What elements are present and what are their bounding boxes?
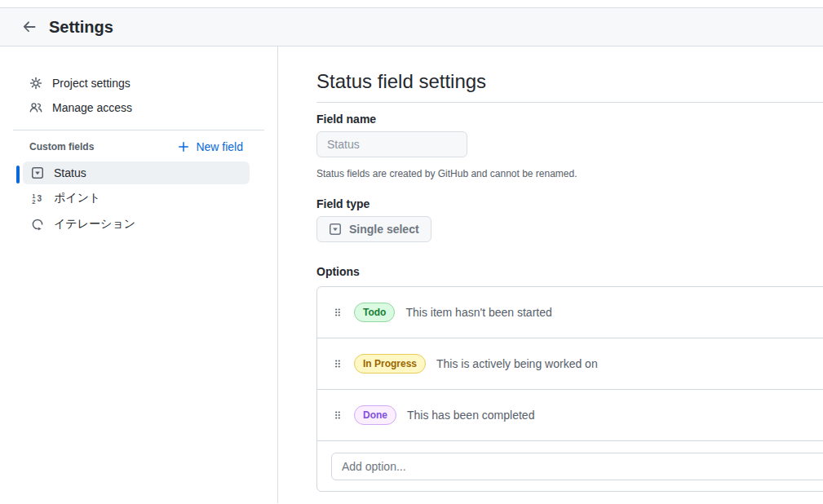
option-row-in-progress[interactable]: In Progress This is actively being worke… bbox=[317, 338, 823, 390]
status-pill-in-progress: In Progress bbox=[354, 354, 426, 374]
sidebar-item-iteration[interactable]: イテレーション bbox=[23, 212, 250, 237]
custom-fields-header: Custom fields New field bbox=[0, 135, 277, 158]
custom-fields-label: Custom fields bbox=[29, 141, 94, 153]
field-type-label: Field type bbox=[316, 197, 823, 210]
sidebar-item-points[interactable]: 1 2 3 ポイント bbox=[23, 186, 250, 210]
custom-fields-list: Status 1 2 3 ポイント bbox=[0, 158, 277, 237]
sidebar-item-status[interactable]: Status bbox=[23, 161, 250, 184]
option-description: This item hasn't been started bbox=[405, 306, 551, 319]
settings-sidebar: Project settings Manage access Custom fi… bbox=[0, 46, 278, 503]
page-title: Settings bbox=[49, 18, 113, 37]
status-field-settings-panel: Status field settings Field name Status … bbox=[278, 46, 823, 503]
people-icon bbox=[29, 101, 42, 114]
section-title: Status field settings bbox=[316, 69, 823, 94]
single-select-icon bbox=[31, 166, 44, 179]
settings-header: Settings bbox=[0, 7, 823, 46]
new-field-label: New field bbox=[196, 140, 243, 153]
grabber-icon[interactable] bbox=[331, 357, 344, 370]
sidebar-item-label: Project settings bbox=[52, 77, 131, 90]
option-description: This is actively being worked on bbox=[436, 357, 598, 370]
sidebar-item-label: ポイント bbox=[54, 191, 100, 206]
sidebar-item-label: Manage access bbox=[52, 101, 132, 114]
sidebar-divider bbox=[13, 130, 264, 130]
sidebar-item-project-settings[interactable]: Project settings bbox=[0, 71, 277, 95]
field-name-input[interactable] bbox=[316, 131, 467, 157]
svg-text:2: 2 bbox=[32, 198, 35, 205]
iteration-icon bbox=[31, 218, 44, 231]
new-field-button[interactable]: New field bbox=[177, 140, 243, 153]
grabber-icon[interactable] bbox=[331, 409, 344, 422]
title-divider bbox=[316, 102, 823, 103]
option-row-todo[interactable]: Todo This item hasn't been started bbox=[317, 287, 823, 338]
sidebar-item-label: イテレーション bbox=[54, 217, 135, 232]
option-description: This has been completed bbox=[407, 409, 534, 422]
sidebar-item-label: Status bbox=[54, 166, 86, 179]
sidebar-item-manage-access[interactable]: Manage access bbox=[0, 95, 277, 120]
field-name-label: Field name bbox=[316, 113, 823, 126]
status-pill-done: Done bbox=[354, 405, 396, 425]
options-box: Todo This item hasn't been started In Pr… bbox=[316, 286, 823, 492]
single-select-icon bbox=[329, 223, 342, 236]
arrow-left-icon bbox=[21, 19, 38, 35]
field-type-value: Single select bbox=[349, 223, 419, 236]
options-label: Options bbox=[316, 265, 823, 278]
gear-icon bbox=[29, 77, 42, 90]
back-button[interactable] bbox=[20, 17, 39, 37]
plus-icon bbox=[177, 140, 190, 153]
grabber-icon[interactable] bbox=[331, 306, 344, 319]
number-icon: 1 2 3 bbox=[31, 192, 44, 205]
svg-text:3: 3 bbox=[38, 194, 42, 203]
field-name-caption: Status fields are created by GitHub and … bbox=[316, 168, 823, 179]
add-option-input[interactable] bbox=[331, 453, 823, 480]
option-row-done[interactable]: Done This has been completed bbox=[317, 390, 823, 441]
field-type-button[interactable]: Single select bbox=[316, 216, 431, 242]
status-pill-todo: Todo bbox=[354, 303, 395, 322]
add-option-row bbox=[317, 441, 823, 491]
